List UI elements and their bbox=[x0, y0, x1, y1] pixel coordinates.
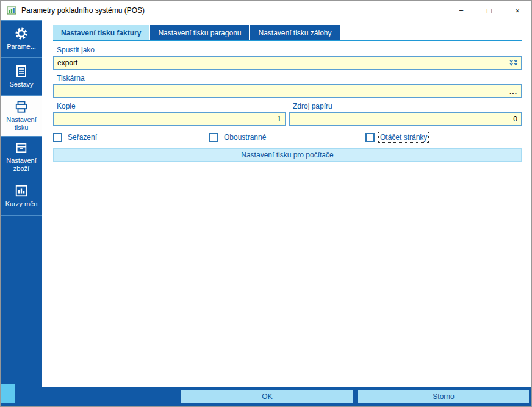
sidebar-item-sestavy[interactable]: Sestavy bbox=[1, 58, 42, 96]
sidebar-item-label: Sestavy bbox=[9, 81, 33, 88]
serazeni-label: Seřazení bbox=[66, 132, 98, 142]
footer-bar: OK Storno bbox=[1, 387, 531, 406]
storno-button-label: torno bbox=[437, 392, 454, 401]
maximize-button[interactable]: □ bbox=[475, 1, 503, 20]
sidebar-item-parametry[interactable]: Parame... bbox=[1, 20, 42, 58]
sidebar-item-label: Kurzy měn bbox=[5, 200, 38, 208]
otacet-stranky-checkbox-box[interactable] bbox=[365, 133, 375, 142]
close-button[interactable]: × bbox=[503, 1, 531, 20]
printer-browse-button[interactable]: ... bbox=[509, 88, 517, 95]
oboustranne-label: Oboustranné bbox=[223, 132, 267, 142]
storno-button-accesskey: S bbox=[433, 392, 437, 401]
currency-chart-icon bbox=[15, 184, 28, 198]
app-icon bbox=[7, 5, 16, 15]
tab-underline bbox=[53, 40, 522, 41]
tab-strip: Nastavení tisku faktury Nastavení tisku … bbox=[53, 25, 522, 40]
computer-print-settings-button[interactable]: Nastavení tisku pro počítače bbox=[53, 148, 522, 162]
printer-field: ... bbox=[53, 84, 522, 98]
gear-icon bbox=[15, 27, 28, 40]
printer-label: Tiskárna bbox=[53, 74, 522, 82]
ok-button-label: K bbox=[268, 392, 273, 401]
printer-icon bbox=[15, 100, 28, 113]
run-as-input[interactable] bbox=[53, 56, 522, 70]
ok-button[interactable]: OK bbox=[181, 390, 353, 403]
serazeni-checkbox-box[interactable] bbox=[53, 133, 62, 142]
window-controls: − □ × bbox=[447, 1, 531, 20]
tab-nastaveni-tisku-zalohy[interactable]: Nastavení tisku zálohy bbox=[250, 25, 339, 40]
ok-button-accesskey: O bbox=[262, 392, 267, 401]
print-options-row: Seřazení Oboustranné Otáčet stránky bbox=[53, 132, 522, 142]
run-as-label: Spustit jako bbox=[53, 46, 522, 54]
sidebar-item-kurzy-men[interactable]: Kurzy měn bbox=[1, 178, 42, 216]
checkbox-serazeni[interactable]: Seřazení bbox=[53, 132, 209, 142]
run-as-field bbox=[53, 56, 522, 70]
sidebar-item-nastaveni-zbozi[interactable]: Nastavení zboží bbox=[1, 137, 42, 178]
main-panel: Nastavení tisku faktury Nastavení tisku … bbox=[42, 20, 531, 387]
copies-papersource-row: Kopie Zdroj papíru bbox=[53, 98, 522, 126]
storno-button[interactable]: Storno bbox=[358, 390, 529, 403]
copies-input[interactable] bbox=[53, 112, 286, 126]
tab-nastaveni-tisku-paragonu[interactable]: Nastavení tisku paragonu bbox=[150, 25, 249, 40]
printer-input[interactable] bbox=[53, 84, 522, 98]
titlebar: Parametry pokladního systému (POS) − □ × bbox=[1, 1, 531, 20]
sidebar-item-label: Parame... bbox=[7, 43, 36, 51]
sidebar-item-label: Nastavení tisku bbox=[2, 116, 41, 131]
report-icon bbox=[15, 65, 27, 78]
checkbox-oboustranne[interactable]: Oboustranné bbox=[209, 132, 365, 142]
goods-icon bbox=[15, 141, 28, 154]
oboustranne-checkbox-box[interactable] bbox=[209, 133, 218, 142]
otacet-stranky-label: Otáčet stránky bbox=[379, 132, 428, 142]
field-picker-icon[interactable] bbox=[509, 59, 518, 67]
copies-label: Kopie bbox=[53, 102, 286, 110]
minimize-button[interactable]: − bbox=[447, 1, 475, 20]
checkbox-otacet-stranky[interactable]: Otáčet stránky bbox=[365, 132, 522, 142]
paper-source-label: Zdroj papíru bbox=[289, 102, 522, 110]
paper-source-input[interactable] bbox=[289, 112, 522, 126]
tab-nastaveni-tisku-faktury[interactable]: Nastavení tisku faktury bbox=[53, 25, 149, 40]
sidebar-corner-tile bbox=[1, 384, 15, 403]
window-title: Parametry pokladního systému (POS) bbox=[21, 6, 145, 15]
sidebar: Parame... Sestavy bbox=[1, 20, 42, 387]
pos-parameters-window: Parametry pokladního systému (POS) − □ ×… bbox=[0, 0, 532, 407]
sidebar-item-nastaveni-tisku[interactable]: Nastavení tisku bbox=[1, 96, 42, 137]
window-body: Parame... Sestavy bbox=[1, 20, 531, 387]
sidebar-item-label: Nastavení zboží bbox=[2, 157, 41, 172]
